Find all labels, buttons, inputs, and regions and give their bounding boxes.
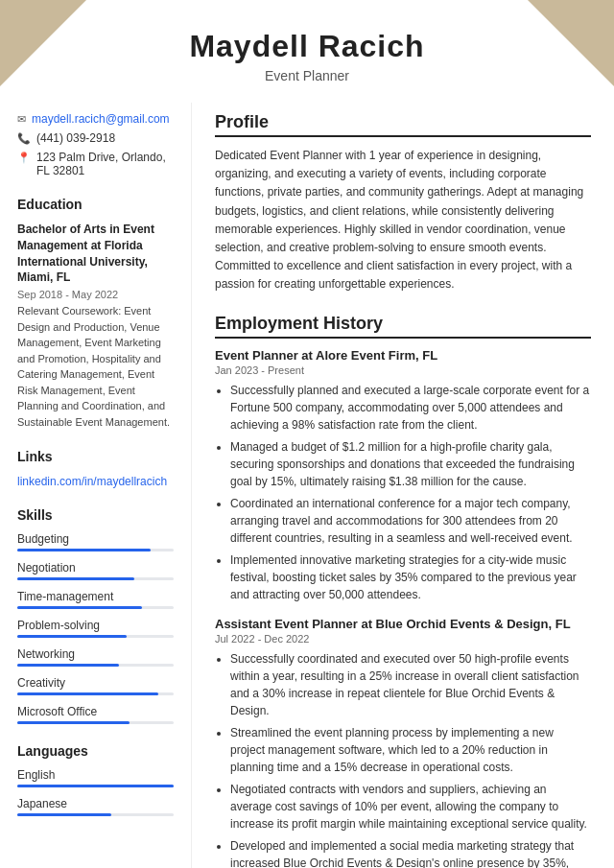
lang-bar-fill (17, 813, 111, 816)
skill-bar-bg (17, 635, 174, 638)
skills-list: Budgeting Negotiation Time-management Pr… (17, 532, 174, 724)
address-text: 123 Palm Drive, Orlando, FL 32801 (36, 151, 174, 177)
skill-name: Negotiation (17, 561, 174, 575)
job-bullet: Implemented innovative marketing strateg… (230, 551, 591, 603)
skill-bar-fill (17, 692, 158, 695)
contact-section: ✉ maydell.racich@gmail.com 📞 (441) 039-2… (17, 112, 174, 177)
skill-bar-fill (17, 664, 119, 667)
edu-coursework: Relevant Coursework: Event Design and Pr… (17, 303, 174, 430)
profile-section: Profile Dedicated Event Planner with 1 y… (215, 112, 591, 294)
job-bullet: Developed and implemented a social media… (230, 837, 591, 869)
candidate-title: Event Planner (19, 68, 595, 83)
skill-bar-bg (17, 549, 174, 551)
address-item: 📍 123 Palm Drive, Orlando, FL 32801 (17, 151, 174, 177)
language-item: English (17, 768, 174, 787)
links-section: Links linkedin.com/in/maydellracich (17, 449, 174, 488)
job-title: Event Planner at Alore Event Firm, FL (215, 348, 591, 363)
skill-bar-fill (17, 721, 130, 724)
skill-bar-bg (17, 577, 174, 580)
languages-section: Languages English Japanese (17, 743, 174, 816)
job-entry: Event Planner at Alore Event Firm, FL Ja… (215, 348, 591, 603)
email-icon: ✉ (17, 113, 26, 126)
job-title: Assistant Event Planner at Blue Orchid E… (215, 617, 591, 631)
languages-list: English Japanese (17, 768, 174, 816)
skill-name: Creativity (17, 676, 174, 690)
education-section: Education Bachelor of Arts in Event Mana… (17, 197, 174, 430)
skill-item: Budgeting (17, 532, 174, 551)
skill-item: Negotiation (17, 561, 174, 580)
skill-name: Time-management (17, 590, 174, 603)
job-bullet: Successfully planned and executed a larg… (230, 382, 591, 434)
profile-title: Profile (215, 112, 591, 137)
profile-text: Dedicated Event Planner with 1 year of e… (215, 147, 591, 294)
main-layout: ✉ maydell.racich@gmail.com 📞 (441) 039-2… (0, 103, 614, 868)
job-bullets: Successfully planned and executed a larg… (215, 382, 591, 603)
skill-item: Problem-solving (17, 619, 174, 638)
edu-degree: Bachelor of Arts in Event Management at … (17, 222, 174, 286)
employment-title: Employment History (215, 314, 591, 339)
job-bullet: Coordinated an international conference … (230, 495, 591, 547)
education-title: Education (17, 197, 174, 212)
employment-section: Employment History Event Planner at Alor… (215, 314, 591, 869)
job-bullet: Negotiated contracts with vendors and su… (230, 781, 591, 833)
jobs-list: Event Planner at Alore Event Firm, FL Ja… (215, 348, 591, 869)
skills-section: Skills Budgeting Negotiation Time-manage… (17, 507, 174, 724)
skill-item: Time-management (17, 590, 174, 609)
skill-bar-fill (17, 635, 127, 638)
skill-bar-fill (17, 549, 151, 551)
lang-bar-bg (17, 813, 174, 816)
skill-bar-bg (17, 606, 174, 609)
job-bullet: Managed a budget of $1.2 million for a h… (230, 438, 591, 490)
lang-bar-fill (17, 785, 174, 787)
edu-dates: Sep 2018 - May 2022 (17, 289, 174, 300)
skills-title: Skills (17, 507, 174, 523)
skill-bar-fill (17, 606, 142, 609)
job-bullet: Streamlined the event planning process b… (230, 724, 591, 776)
email-item: ✉ maydell.racich@gmail.com (17, 112, 174, 126)
candidate-name: Maydell Racich (19, 29, 595, 64)
skill-bar-bg (17, 692, 174, 695)
location-icon: 📍 (17, 152, 31, 164)
skill-item: Networking (17, 647, 174, 667)
links-title: Links (17, 449, 174, 464)
skill-bar-fill (17, 577, 134, 580)
skill-bar-bg (17, 664, 174, 667)
phone-item: 📞 (441) 039-2918 (17, 131, 174, 145)
header: Maydell Racich Event Planner (0, 0, 614, 103)
skill-item: Microsoft Office (17, 705, 174, 724)
skill-name: Networking (17, 647, 174, 661)
skill-name: Microsoft Office (17, 705, 174, 718)
languages-title: Languages (17, 743, 174, 759)
job-bullet: Successfully coordinated and executed ov… (230, 650, 591, 719)
main-content: Profile Dedicated Event Planner with 1 y… (192, 103, 614, 868)
job-entry: Assistant Event Planner at Blue Orchid E… (215, 617, 591, 869)
skill-bar-bg (17, 721, 174, 724)
skill-item: Creativity (17, 676, 174, 695)
language-item: Japanese (17, 797, 174, 816)
phone-text: (441) 039-2918 (36, 131, 115, 145)
skill-name: Problem-solving (17, 619, 174, 632)
sidebar: ✉ maydell.racich@gmail.com 📞 (441) 039-2… (0, 103, 192, 868)
coursework-label: Relevant Coursework: (17, 305, 121, 317)
lang-bar-bg (17, 785, 174, 787)
lang-name: English (17, 768, 174, 782)
email-link[interactable]: maydell.racich@gmail.com (32, 112, 170, 126)
lang-name: Japanese (17, 797, 174, 810)
job-date: Jan 2023 - Present (215, 364, 591, 376)
linkedin-item: linkedin.com/in/maydellracich (17, 474, 174, 488)
phone-icon: 📞 (17, 132, 31, 145)
linkedin-link[interactable]: linkedin.com/in/maydellracich (17, 475, 167, 488)
job-date: Jul 2022 - Dec 2022 (215, 633, 591, 645)
job-bullets: Successfully coordinated and executed ov… (215, 650, 591, 869)
coursework-text: Event Design and Production, Venue Manag… (17, 305, 170, 428)
skill-name: Budgeting (17, 532, 174, 546)
